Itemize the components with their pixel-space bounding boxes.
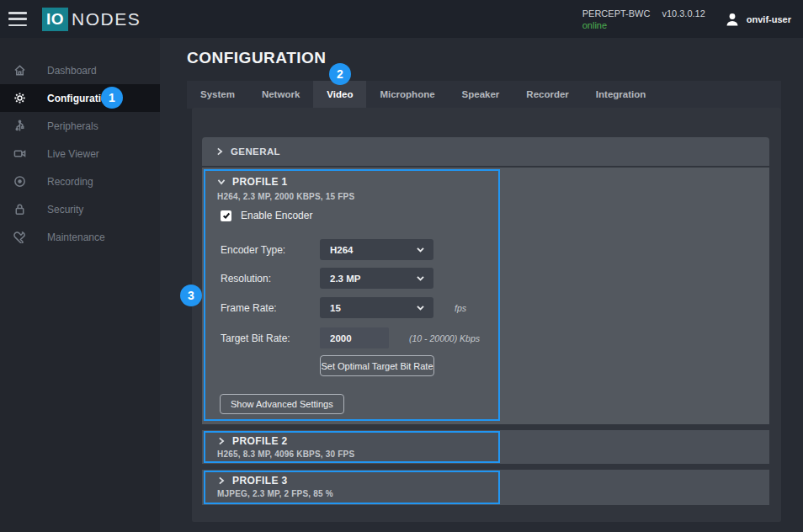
logo-nodes-text: NODES [72,9,141,29]
main-content: CONFIGURATION System Network Video 2 Mic… [160,38,803,532]
enable-encoder-row: Enable Encoder [221,210,312,221]
sidebar-item-maintenance[interactable]: Maintenance [0,223,160,251]
general-section-header[interactable]: GENERAL [202,137,769,166]
username: onvif-user [747,14,791,24]
peripherals-icon [13,120,26,133]
target-bit-rate-range-hint: (10 - 20000) Kbps [409,333,480,343]
profile3-title: PROFILE 3 [232,475,288,487]
device-name: PERCEPT-BWC [582,8,651,19]
sidebar-item-label: Recording [47,176,93,188]
tab-integration[interactable]: Integration [582,81,659,109]
logo-io-mark: IO [42,8,68,31]
profile3-header[interactable]: PROFILE 3 MJPEG, 2.3 MP, 2 FPS, 85 % [202,470,769,505]
chevron-right-icon [215,147,224,156]
sidebar-item-label: Dashboard [47,65,97,77]
sidebar-item-label: Maintenance [47,231,105,243]
tab-speaker[interactable]: Speaker [449,81,513,109]
top-bar: IO NODES PERCEPT-BWCv10.3.0.12 online on… [0,0,803,38]
show-advanced-settings-button[interactable]: Show Advanced Settings [220,394,344,414]
page-title: CONFIGURATION [187,49,327,67]
chevron-down-icon [416,245,425,254]
hamburger-menu-icon[interactable] [8,12,29,26]
ionodes-logo: IO NODES [42,8,141,31]
video-tab-panel: GENERAL PROFILE 1 H264, 2.3 MP, 2000 KBP… [192,108,781,522]
sidebar-item-configuration[interactable]: Configuration 1 [0,84,160,112]
profile1-panel: PROFILE 1 H264, 2.3 MP, 2000 KBPS, 15 FP… [202,168,769,424]
profile1-title: PROFILE 1 [232,176,288,188]
profile1-header[interactable]: PROFILE 1 [217,176,288,188]
frame-rate-select[interactable]: 15 [320,297,433,318]
sidebar-item-recording[interactable]: Recording [0,168,160,195]
sidebar-item-dashboard[interactable]: Dashboard [0,56,160,84]
profile3-summary: MJPEG, 2.3 MP, 2 FPS, 85 % [217,489,333,498]
sidebar-nav: Dashboard Configuration 1 Peripherals Li… [0,38,160,532]
user-icon [724,11,741,28]
enable-encoder-label: Enable Encoder [241,210,312,221]
sidebar-item-label: Live Viewer [47,148,99,160]
resolution-label: Resolution: [221,273,320,285]
chevron-down-icon [416,274,425,283]
callout-badge-1: 1 [101,87,123,109]
video-camera-icon [13,147,26,161]
sidebar-item-peripherals[interactable]: Peripherals [0,112,160,140]
callout-badge-2: 2 [329,63,351,85]
callout-badge-3: 3 [180,285,202,306]
chevron-right-icon [217,476,226,485]
user-menu[interactable]: onvif-user [724,11,791,28]
encoder-type-select[interactable]: H264 [320,239,433,260]
general-section-title: GENERAL [231,146,280,157]
frame-rate-row: Frame Rate: 15 fps [221,297,466,318]
fps-unit-label: fps [455,303,466,313]
tab-microphone[interactable]: Microphone [366,81,448,109]
profile2-title: PROFILE 2 [232,435,288,447]
encoder-type-row: Encoder Type: H264 [221,239,433,260]
sidebar-item-label: Security [47,204,83,215]
target-bit-rate-input[interactable] [320,327,389,348]
lock-icon [13,203,26,216]
tab-bar: System Network Video 2 Microphone Speake… [187,81,781,109]
set-optimal-target-bit-rate-button[interactable]: Set Optimal Target Bit Rate [320,355,434,376]
encoder-type-label: Encoder Type: [221,244,320,256]
wrench-icon [13,231,26,244]
gear-icon [13,92,26,105]
tab-video[interactable]: Video 2 [313,81,366,109]
device-info: PERCEPT-BWCv10.3.0.12 online [582,8,705,31]
target-bit-rate-label: Target Bit Rate: [221,332,320,344]
tab-system[interactable]: System [187,81,248,109]
profile2-header[interactable]: PROFILE 2 H265, 8.3 MP, 4096 KBPS, 30 FP… [202,430,769,464]
app-window: IO NODES PERCEPT-BWCv10.3.0.12 online on… [0,0,803,532]
resolution-row: Resolution: 2.3 MP [221,268,433,289]
target-bit-rate-row: Target Bit Rate: (10 - 20000) Kbps [221,327,480,348]
firmware-version: v10.3.0.12 [662,8,705,19]
tab-network[interactable]: Network [248,81,313,109]
sidebar-item-label: Peripherals [47,120,98,132]
online-status: online [582,19,705,31]
chevron-down-icon [416,303,425,312]
profile2-summary: H265, 8.3 MP, 4096 KBPS, 30 FPS [217,450,354,459]
topbar-right: PERCEPT-BWCv10.3.0.12 online onvif-user [582,8,803,31]
frame-rate-label: Frame Rate: [221,302,320,314]
sidebar-item-live-viewer[interactable]: Live Viewer [0,140,160,168]
record-icon [13,175,26,189]
resolution-select[interactable]: 2.3 MP [320,268,433,289]
profile1-summary: H264, 2.3 MP, 2000 KBPS, 15 FPS [217,192,354,201]
chevron-down-icon [217,178,226,186]
tab-recorder[interactable]: Recorder [513,81,582,109]
callout-outline-profile1 [204,169,500,421]
enable-encoder-checkbox[interactable] [221,210,231,221]
chevron-right-icon [217,437,226,445]
sidebar-item-security[interactable]: Security [0,195,160,223]
home-icon [13,64,26,77]
